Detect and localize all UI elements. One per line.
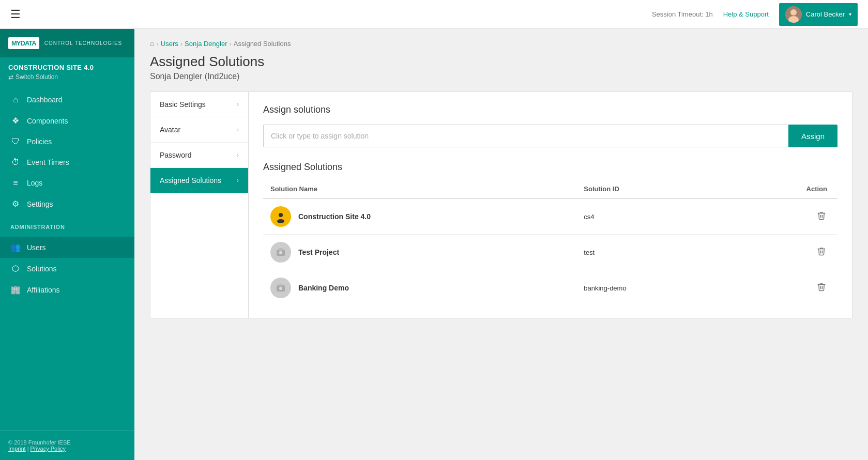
solution-id-cell: test: [576, 235, 732, 270]
sidebar-item-label: Users: [27, 243, 46, 252]
svg-rect-10: [279, 284, 283, 286]
sidebar-item-affiliations[interactable]: 🏢 Affiliations: [0, 279, 134, 300]
sub-nav-basic-settings[interactable]: Basic Settings ›: [150, 92, 248, 117]
delete-button[interactable]: [813, 280, 830, 296]
sidebar-item-users[interactable]: 👥 Users: [0, 237, 134, 258]
sidebar-item-components[interactable]: ❖ Components: [0, 110, 134, 131]
logo-subtitle: CONTROL TECHNOLOGIES: [44, 40, 123, 46]
col-action: Action: [733, 180, 837, 198]
assigned-solutions-title: Assigned Solutions: [263, 162, 837, 173]
sidebar-item-label: Components: [27, 117, 68, 125]
solution-name: Test Project: [298, 248, 339, 256]
switch-solution-label: Switch Solution: [16, 73, 58, 81]
chevron-right-icon: ›: [237, 101, 239, 108]
solution-icon: [270, 206, 291, 227]
sidebar-item-label: Affiliations: [27, 286, 60, 294]
logo-box: MYDATA: [8, 37, 39, 49]
sidebar-footer: © 2018 Fraunhofer IESE Imprint | Privacy…: [0, 431, 134, 460]
sidebar-item-settings[interactable]: ⚙ Settings: [0, 193, 134, 214]
solutions-icon: ⬡: [10, 264, 21, 273]
sidebar-item-label: Settings: [27, 200, 53, 208]
sidebar-item-label: Dashboard: [27, 96, 63, 104]
sidebar-item-dashboard[interactable]: ⌂ Dashboard: [0, 89, 134, 110]
breadcrumb-sep: ›: [156, 40, 158, 48]
breadcrumb-users[interactable]: Users: [161, 40, 178, 48]
sidebar-item-logs[interactable]: ≡ Logs: [0, 173, 134, 193]
sub-nav-label: Avatar: [160, 126, 180, 134]
col-solution-id: Solution ID: [576, 180, 732, 198]
sidebar-item-policies[interactable]: 🛡 Policies: [0, 131, 134, 152]
imprint-link[interactable]: Imprint: [8, 446, 26, 452]
breadcrumb-user[interactable]: Sonja Dengler: [185, 40, 227, 48]
topbar-right: Session Timeout: 1h Help & Support Carol…: [652, 3, 858, 26]
solution-icon: [270, 278, 291, 298]
user-menu[interactable]: Carol Becker ▾: [779, 3, 858, 26]
sidebar: MYDATA CONTROL TECHNOLOGIES CONSTRUCTION…: [0, 29, 134, 460]
policies-icon: 🛡: [10, 137, 21, 146]
assign-button[interactable]: Assign: [788, 125, 837, 147]
site-info: CONSTRUCTION SITE 4.0 ⇄ Switch Solution: [0, 57, 134, 85]
assign-solutions-title: Assign solutions: [263, 104, 837, 115]
sidebar-item-label: Logs: [27, 179, 42, 187]
table-row: Test Project test: [263, 235, 837, 270]
sub-nav: Basic Settings › Avatar › Password › Ass…: [150, 92, 249, 318]
sidebar-item-label: Solutions: [27, 265, 57, 273]
solution-id-cell: cs4: [576, 198, 732, 235]
sub-nav-assigned-solutions[interactable]: Assigned Solutions ›: [150, 168, 248, 193]
sidebar-logo: MYDATA CONTROL TECHNOLOGIES: [0, 29, 134, 57]
svg-rect-7: [279, 248, 283, 251]
table-row: Banking Demo banking-demo: [263, 270, 837, 306]
solution-id-cell: banking-demo: [576, 270, 732, 306]
event-timers-icon: ⏱: [10, 158, 21, 167]
sub-nav-label: Assigned Solutions: [160, 176, 221, 185]
admin-section-label: ADMINISTRATION: [0, 219, 134, 233]
site-name: CONSTRUCTION SITE 4.0: [8, 64, 126, 71]
action-cell: [733, 235, 837, 270]
svg-point-11: [279, 287, 282, 290]
svg-point-8: [279, 251, 282, 254]
breadcrumb-sep: ›: [180, 40, 182, 48]
delete-button[interactable]: [813, 244, 830, 260]
svg-point-4: [279, 213, 283, 217]
table-row: Construction Site 4.0 cs4: [263, 198, 837, 235]
layout: MYDATA CONTROL TECHNOLOGIES CONSTRUCTION…: [0, 29, 868, 460]
page-subtitle: Sonja Dengler (Ind2uce): [150, 72, 852, 81]
topbar-left: ☰: [10, 8, 652, 21]
topbar: ☰ Session Timeout: 1h Help & Support Car…: [0, 0, 868, 29]
chevron-down-icon: ▾: [849, 11, 851, 17]
page-title: Assigned Solutions: [150, 54, 852, 70]
assign-row: Assign: [263, 125, 837, 147]
solution-icon: [270, 242, 291, 263]
chevron-right-icon: ›: [237, 126, 239, 133]
sub-nav-label: Basic Settings: [160, 100, 206, 109]
logs-icon: ≡: [10, 178, 21, 188]
home-icon[interactable]: ⌂: [150, 39, 154, 48]
settings-icon: ⚙: [10, 199, 21, 209]
privacy-link[interactable]: Privacy Policy: [31, 446, 66, 452]
delete-button[interactable]: [813, 209, 830, 225]
action-cell: [733, 198, 837, 235]
breadcrumb-sep: ›: [230, 40, 232, 48]
assign-solution-input[interactable]: [263, 125, 788, 147]
user-name: Carol Becker: [806, 10, 845, 18]
sidebar-item-event-timers[interactable]: ⏱ Event Timers: [0, 152, 134, 173]
switch-solution-link[interactable]: ⇄ Switch Solution: [8, 73, 126, 81]
svg-point-1: [790, 9, 797, 16]
chevron-right-icon: ›: [237, 151, 239, 159]
action-cell: [733, 270, 837, 306]
nav-section-admin: 👥 Users ⬡ Solutions 🏢 Affiliations: [0, 233, 134, 304]
panel: Assign solutions Assign Assigned Solutio…: [249, 92, 852, 318]
users-icon: 👥: [10, 242, 21, 252]
sub-nav-avatar[interactable]: Avatar ›: [150, 117, 248, 143]
help-support-link[interactable]: Help & Support: [723, 10, 769, 18]
sidebar-item-solutions[interactable]: ⬡ Solutions: [0, 258, 134, 279]
logo-text: MYDATA: [11, 39, 36, 47]
content-wrapper: Basic Settings › Avatar › Password › Ass…: [150, 91, 852, 318]
hamburger-button[interactable]: ☰: [10, 8, 21, 21]
solution-name-cell: Banking Demo: [263, 270, 576, 306]
solutions-table: Solution Name Solution ID Action Constru…: [263, 180, 837, 305]
nav-section-main: ⌂ Dashboard ❖ Components 🛡 Policies ⏱ Ev…: [0, 85, 134, 219]
sub-nav-password[interactable]: Password ›: [150, 143, 248, 168]
sidebar-item-label: Policies: [27, 137, 52, 146]
dashboard-icon: ⌂: [10, 95, 21, 104]
